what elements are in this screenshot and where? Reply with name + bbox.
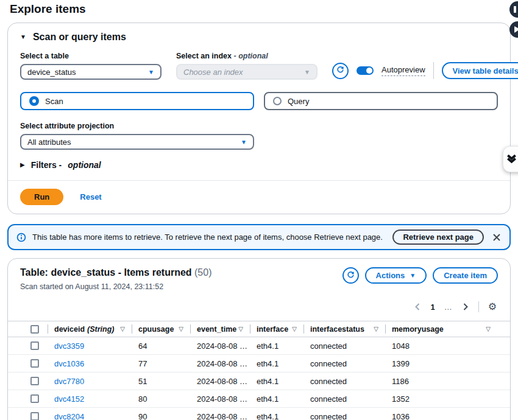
pagination: 1 … ⚙ bbox=[8, 291, 510, 318]
select-all-checkbox[interactable] bbox=[30, 325, 39, 334]
projection-label: Select attribute projection bbox=[20, 122, 498, 130]
close-icon[interactable] bbox=[492, 233, 501, 242]
column-header-cpuusage[interactable]: cpuusage▽ bbox=[132, 321, 191, 337]
cell-event_time: 2024-08-08 … bbox=[191, 412, 250, 420]
cell-interfacestatus: connected bbox=[304, 359, 386, 368]
items-table: deviceid(String)▽cpuusage▽event_time▽int… bbox=[8, 321, 510, 420]
row-checkbox-cell bbox=[21, 355, 48, 372]
row-checkbox[interactable] bbox=[30, 359, 39, 368]
expand-panel-tab[interactable] bbox=[503, 146, 518, 172]
radio-unchecked-icon bbox=[273, 97, 282, 105]
table-row: dvc3359642024-08-08 …eth4.1connected1048 bbox=[8, 337, 510, 355]
column-label: interfacestatus bbox=[310, 325, 364, 334]
item-link[interactable]: dvc4152 bbox=[54, 394, 84, 404]
row-checkbox[interactable] bbox=[30, 394, 39, 403]
filters-expander[interactable]: ▶ Filters - optional bbox=[20, 160, 498, 170]
info-banner: This table has more items to retrieve. T… bbox=[7, 224, 511, 250]
scan-panel-title: Scan or query items bbox=[33, 32, 126, 43]
autopreview-label[interactable]: Autopreview bbox=[381, 65, 425, 76]
cell-event_time: 2024-08-08 … bbox=[191, 394, 250, 404]
cell-event_time: 2024-08-08 … bbox=[191, 359, 250, 368]
sort-icon[interactable]: ▽ bbox=[486, 326, 491, 332]
pagination-ellipsis[interactable]: … bbox=[444, 303, 453, 312]
cell-interface: eth4.1 bbox=[250, 394, 304, 404]
autopreview-toggle[interactable] bbox=[357, 66, 374, 75]
results-title: Table: device_status - Items returned (5… bbox=[20, 267, 211, 278]
results-panel: Table: device_status - Items returned (5… bbox=[7, 258, 511, 420]
scan-radio-tile[interactable]: Scan bbox=[20, 92, 254, 110]
table-select[interactable]: device_status ▼ bbox=[20, 64, 161, 80]
item-link[interactable]: dvc3359 bbox=[54, 341, 84, 351]
table-header-row: deviceid(String)▽cpuusage▽event_time▽int… bbox=[8, 321, 510, 337]
column-label: memoryusage bbox=[392, 325, 444, 334]
items-count: (50) bbox=[194, 267, 211, 278]
banner-message: This table has more items to retrieve. T… bbox=[32, 233, 386, 242]
row-checkbox[interactable] bbox=[30, 341, 39, 350]
next-page-arrow-icon[interactable] bbox=[462, 303, 469, 311]
column-label: event_time bbox=[197, 325, 236, 334]
reset-link[interactable]: Reset bbox=[80, 192, 101, 201]
cell-deviceid: dvc4152 bbox=[48, 394, 132, 404]
radio-checked-icon bbox=[29, 96, 39, 106]
cell-cpuusage: 64 bbox=[132, 341, 191, 351]
cell-deviceid: dvc8204 bbox=[48, 412, 132, 420]
cell-deviceid: dvc7780 bbox=[48, 377, 132, 386]
column-header-memoryusage[interactable]: memoryusage▽ bbox=[386, 321, 498, 337]
floating-widget-badge-bottom[interactable] bbox=[509, 21, 518, 38]
page-number[interactable]: 1 bbox=[430, 303, 435, 312]
cell-deviceid: dvc1036 bbox=[48, 359, 132, 368]
item-link[interactable]: dvc8204 bbox=[54, 412, 84, 420]
row-checkbox[interactable] bbox=[30, 412, 39, 420]
sort-icon[interactable]: ▽ bbox=[179, 326, 183, 332]
column-header-interface[interactable]: interface▽ bbox=[250, 321, 304, 337]
projection-select[interactable]: All attributes ▼ bbox=[20, 134, 254, 150]
column-header-event_time[interactable]: event_time▽ bbox=[191, 321, 250, 337]
gear-icon[interactable]: ⚙ bbox=[488, 302, 497, 312]
refresh-icon bbox=[347, 270, 355, 281]
index-select-placeholder: Choose an index bbox=[183, 68, 243, 77]
cell-event_time: 2024-08-08 … bbox=[191, 341, 250, 351]
column-header-deviceid[interactable]: deviceid(String)▽ bbox=[48, 321, 132, 337]
cell-deviceid: dvc3359 bbox=[48, 341, 132, 351]
cell-memoryusage: 1352 bbox=[386, 394, 498, 404]
sort-icon[interactable]: ▽ bbox=[292, 326, 297, 332]
cell-interface: eth4.1 bbox=[250, 412, 304, 420]
cell-interface: eth4.1 bbox=[250, 359, 304, 368]
index-select[interactable]: Choose an index ▼ bbox=[176, 64, 318, 80]
index-select-label: Select an index - optional bbox=[176, 52, 318, 60]
previous-page-arrow-icon[interactable] bbox=[414, 303, 421, 311]
table-select-label: Select a table bbox=[20, 52, 161, 60]
table-row: dvc1036772024-08-08 …eth4.1connected1399 bbox=[8, 355, 510, 373]
cell-memoryusage: 1036 bbox=[386, 412, 498, 420]
refresh-results-button[interactable] bbox=[342, 267, 359, 284]
scan-started-text: Scan started on August 11, 2024, 23:11:5… bbox=[20, 282, 211, 291]
column-header-interfacestatus[interactable]: interfacestatus▽ bbox=[304, 321, 386, 337]
divider bbox=[433, 62, 434, 79]
item-link[interactable]: dvc1036 bbox=[54, 359, 84, 368]
info-icon bbox=[16, 233, 26, 242]
query-radio-tile[interactable]: Query bbox=[264, 92, 498, 110]
projection-value: All attributes bbox=[27, 138, 71, 147]
sort-icon[interactable]: ▽ bbox=[374, 326, 378, 332]
double-chevron-down-icon bbox=[506, 152, 517, 166]
row-checkbox[interactable] bbox=[30, 377, 39, 385]
divider bbox=[478, 301, 479, 312]
item-link[interactable]: dvc7780 bbox=[54, 377, 84, 386]
chevron-down-icon: ▼ bbox=[148, 69, 154, 75]
view-table-details-button[interactable]: View table details bbox=[442, 62, 518, 79]
actions-button[interactable]: Actions ▼ bbox=[365, 267, 427, 284]
run-button[interactable]: Run bbox=[20, 189, 63, 205]
scan-radio-label: Scan bbox=[45, 97, 63, 106]
row-checkbox-cell bbox=[21, 408, 48, 420]
refresh-button[interactable] bbox=[332, 63, 349, 79]
cell-memoryusage: 1186 bbox=[386, 377, 498, 386]
collapse-caret-icon[interactable]: ▼ bbox=[20, 34, 26, 40]
sort-icon[interactable]: ▽ bbox=[120, 326, 125, 332]
retrieve-next-page-button[interactable]: Retrieve next page bbox=[392, 229, 484, 245]
query-radio-label: Query bbox=[288, 97, 309, 106]
sort-icon[interactable]: ▽ bbox=[238, 326, 243, 332]
cell-memoryusage: 1399 bbox=[386, 359, 498, 368]
cell-interface: eth4.1 bbox=[250, 341, 304, 351]
create-item-button[interactable]: Create item bbox=[433, 267, 498, 284]
column-label: interface bbox=[257, 325, 288, 334]
